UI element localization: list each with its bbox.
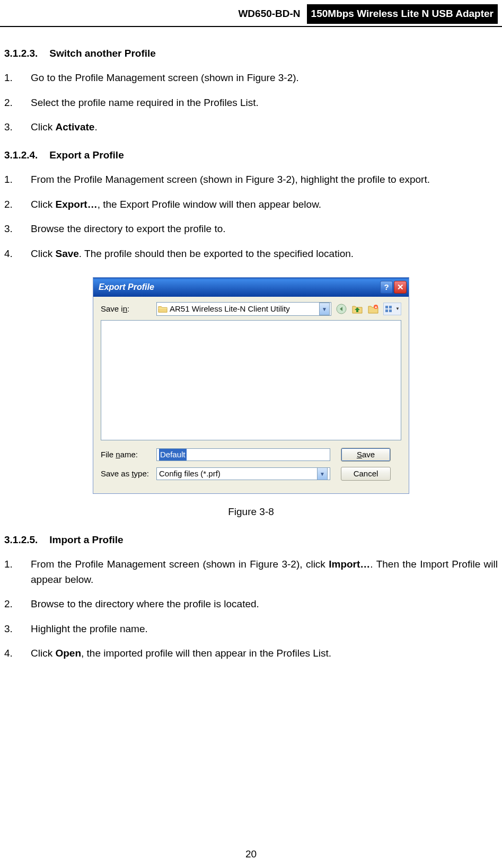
step-number: 1.	[4, 557, 31, 587]
dialog-titlebar[interactable]: Export Profile ? ✕	[93, 278, 409, 297]
step-text: Browse the directory to export the profi…	[31, 222, 498, 237]
dialog-body: Save in: AR51 Wireless Lite-N Client Uti…	[93, 297, 409, 493]
step-text: Browse to the directory where the profil…	[31, 597, 498, 612]
step-text: Click Open, the imported profile will th…	[31, 646, 498, 661]
step-number: 1.	[4, 172, 31, 188]
savein-value: AR51 Wireless Lite-N Client Utility	[170, 303, 290, 315]
svg-text:★: ★	[374, 305, 377, 309]
page-number: 20	[0, 847, 502, 862]
step-number: 2.	[4, 197, 31, 212]
filename-input[interactable]: Default	[156, 448, 330, 461]
step-text: Click Save. The profile should then be e…	[31, 246, 498, 262]
step-number: 3.	[4, 222, 31, 237]
step-text: From the Profile Management screen (show…	[31, 172, 498, 188]
filetype-select[interactable]: Config files (*.prf) ▼	[156, 467, 330, 480]
header-model: WD650-BD-N	[238, 6, 306, 22]
step-text: Highlight the profile name.	[31, 622, 498, 637]
filename-label: File name:	[101, 449, 156, 461]
section-heading-export: 3.1.2.4. Export a Profile	[4, 148, 498, 163]
figure-caption: Figure 3-8	[4, 504, 498, 520]
step-text: Click Export…, the Export Profile window…	[31, 197, 498, 212]
nav-icons: ★ ▼	[336, 303, 401, 315]
step: 3. Click Activate.	[4, 120, 498, 135]
step: 1. From the Profile Management screen (s…	[4, 557, 498, 587]
header-title: 150Mbps Wireless Lite N USB Adapter	[307, 4, 498, 24]
new-folder-icon[interactable]: ★	[367, 303, 379, 315]
section-heading-import: 3.1.2.5. Import a Profile	[4, 533, 498, 548]
step-number: 4.	[4, 646, 31, 661]
view-menu-icon[interactable]: ▼	[383, 303, 401, 315]
file-list[interactable]	[101, 320, 401, 440]
step: 2. Browse to the directory where the pro…	[4, 597, 498, 612]
svg-rect-6	[389, 309, 392, 312]
close-button[interactable]: ✕	[394, 281, 407, 294]
svg-rect-3	[385, 306, 388, 308]
close-icon: ✕	[397, 281, 404, 294]
titlebar-buttons: ? ✕	[380, 281, 407, 294]
dropdown-arrow-icon[interactable]: ▼	[317, 467, 328, 480]
step-number: 4.	[4, 246, 31, 262]
filetype-value: Config files (*.prf)	[159, 468, 317, 480]
step: 4. Click Save. The profile should then b…	[4, 246, 498, 262]
savein-combo[interactable]: AR51 Wireless Lite-N Client Utility ▼	[156, 302, 331, 316]
dialog-title: Export Profile	[99, 281, 380, 294]
step-text: From the Profile Management screen (show…	[31, 557, 498, 587]
step: 2. Select the profile name required in t…	[4, 95, 498, 111]
step: 2. Click Export…, the Export Profile win…	[4, 197, 498, 212]
step: 3. Highlight the profile name.	[4, 622, 498, 637]
folder-icon	[158, 305, 168, 313]
section-title: Switch another Profile	[49, 48, 156, 59]
chevron-down-icon: ▼	[395, 306, 400, 312]
section-heading-switch: 3.1.2.3. Switch another Profile	[4, 46, 498, 61]
step-number: 2.	[4, 95, 31, 111]
savein-row: Save in: AR51 Wireless Lite-N Client Uti…	[101, 302, 401, 316]
export-profile-dialog: Export Profile ? ✕ Save in: AR51 Wireles…	[93, 277, 409, 494]
step: 1. From the Profile Management screen (s…	[4, 172, 498, 188]
step: 4. Click Open, the imported profile will…	[4, 646, 498, 661]
page-content: 3.1.2.3. Switch another Profile 1. Go to…	[0, 27, 502, 677]
save-button[interactable]: Save	[341, 448, 391, 462]
step-text: Select the profile name required in the …	[31, 95, 498, 111]
step-number: 2.	[4, 597, 31, 612]
filename-row: File name: Default Save	[101, 448, 401, 462]
step-number: 3.	[4, 120, 31, 135]
dropdown-arrow-icon[interactable]: ▼	[319, 303, 330, 315]
page-header: WD650-BD-N 150Mbps Wireless Lite N USB A…	[0, 0, 502, 27]
section-title: Export a Profile	[49, 149, 124, 161]
svg-rect-5	[385, 309, 388, 312]
section-number: 3.1.2.4.	[4, 148, 47, 163]
help-button[interactable]: ?	[380, 281, 393, 294]
section-number: 3.1.2.5.	[4, 533, 47, 548]
export-profile-dialog-container: Export Profile ? ✕ Save in: AR51 Wireles…	[4, 277, 498, 494]
step: 3. Browse the directory to export the pr…	[4, 222, 498, 237]
filetype-label: Save as type:	[101, 468, 156, 480]
section-title: Import a Profile	[49, 534, 123, 545]
step: 1. Go to the Profile Management screen (…	[4, 70, 498, 86]
svg-rect-4	[389, 306, 392, 308]
filename-value: Default	[159, 449, 187, 461]
savein-label: Save in:	[101, 303, 156, 315]
up-folder-icon[interactable]	[351, 303, 363, 315]
step-number: 1.	[4, 70, 31, 86]
filetype-row: Save as type: Config files (*.prf) ▼ Can…	[101, 467, 401, 481]
step-number: 3.	[4, 622, 31, 637]
section-number: 3.1.2.3.	[4, 46, 47, 61]
back-icon[interactable]	[336, 303, 347, 315]
step-text: Go to the Profile Management screen (sho…	[31, 70, 498, 86]
step-text: Click Activate.	[31, 120, 498, 135]
cancel-button[interactable]: Cancel	[341, 467, 391, 481]
